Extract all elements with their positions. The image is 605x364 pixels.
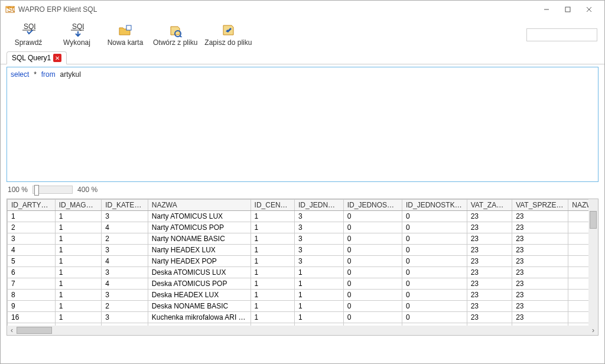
cell: 1 [295, 267, 344, 278]
cell: Narty NONAME BASIC [148, 233, 251, 245]
cell: 23 [467, 278, 512, 290]
column-header[interactable]: VAT_SPRZEDAZY [512, 200, 568, 211]
cell: Deska ATOMICUS POP [148, 278, 251, 290]
save-file-button[interactable]: Zapisz do pliku [204, 20, 252, 50]
folder-new-icon [118, 23, 132, 37]
cell: 0 [343, 211, 402, 222]
open-file-icon [168, 23, 183, 37]
svg-text:SQL: SQL [72, 23, 84, 31]
sql-identifier: artykul [60, 70, 81, 79]
table-row[interactable]: 912Deska NONAME BASIC11002323 [8, 301, 598, 312]
table-row[interactable]: 514Narty HEADEX POP13002323 [8, 256, 598, 267]
cell: 1 [295, 301, 344, 312]
cell: 1 [55, 267, 102, 278]
cell: 0 [343, 267, 402, 278]
cell: 23 [467, 211, 512, 222]
close-button[interactable] [578, 1, 600, 18]
cell: 0 [402, 312, 467, 323]
column-header[interactable]: ID_JEDNOSTKI_ZAK [343, 200, 402, 211]
cell: 1 [55, 211, 102, 222]
table-row[interactable]: 214Narty ATOMICUS POP13002323 [8, 222, 598, 233]
horizontal-scrollbar[interactable]: ‹ › [7, 326, 598, 335]
scroll-thumb[interactable] [590, 211, 597, 229]
save-file-label: Zapisz do pliku [204, 38, 252, 47]
keyword-select: select [11, 70, 29, 79]
app-icon: SQL [5, 5, 15, 14]
cell: 1 [295, 278, 344, 290]
cell: 4 [8, 245, 56, 256]
vertical-scrollbar[interactable] [588, 199, 598, 326]
table-row[interactable]: 1613Kuchenka mikrofalowa ARI LUX11002323 [8, 312, 598, 323]
keyword-from: from [41, 70, 56, 79]
cell: 0 [402, 256, 467, 267]
cell: 1 [8, 211, 56, 222]
cell: Narty HEADEX POP [148, 256, 251, 267]
cell: 4 [102, 222, 148, 233]
column-header[interactable]: ID_JEDNOSTKI_SPRZ [402, 200, 467, 211]
cell: 3 [102, 312, 148, 323]
table-row[interactable]: 312Narty NONAME BASIC13002323 [8, 233, 598, 245]
column-header[interactable]: ID_CENY_DOM [251, 200, 294, 211]
cell: 23 [512, 278, 568, 290]
cell: 0 [402, 290, 467, 301]
search-input[interactable] [529, 31, 605, 39]
cell: 3 [102, 245, 148, 256]
cell: 1 [55, 312, 102, 323]
execute-label: Wykonaj [63, 38, 90, 47]
table-row[interactable]: 113Narty ATOMICUS LUX13002323 [8, 211, 598, 222]
cell: 1 [251, 312, 294, 323]
cell: Deska NONAME BASIC [148, 301, 251, 312]
cell: 3 [295, 211, 344, 222]
cell: Kuchenka mikrofalowa ARI LUX [148, 312, 251, 323]
check-button[interactable]: SQL Sprawdź [8, 20, 49, 50]
scroll-thumb[interactable] [17, 327, 52, 334]
slider-knob[interactable] [34, 185, 39, 196]
cell: 6 [8, 267, 56, 278]
table-row[interactable]: 413Narty HEADEX LUX13002323 [8, 245, 598, 256]
table-row[interactable]: 613Deska ATOMICUS LUX11002323 [8, 267, 598, 278]
table-row[interactable]: 813Deska HEADEX LUX11002323 [8, 290, 598, 301]
svg-rect-4 [565, 7, 570, 12]
window-title: WAPRO ERP Klient SQL [18, 5, 536, 14]
search-box[interactable] [526, 28, 597, 41]
cell: 1 [55, 278, 102, 290]
table-row[interactable]: 714Deska ATOMICUS POP11002323 [8, 278, 598, 290]
cell: 23 [512, 290, 568, 301]
results-grid: ID_ARTYKULUID_MAGAZYNUID_KATEGORIINAZWAI… [6, 199, 599, 336]
cell: 4 [102, 278, 148, 290]
cell: 0 [402, 278, 467, 290]
execute-button[interactable]: SQL Wykonaj [56, 20, 97, 50]
cell: 0 [343, 290, 402, 301]
scroll-right-arrow[interactable]: › [588, 326, 598, 335]
column-header[interactable]: ID_MAGAZYNU [55, 200, 102, 211]
cell: 0 [343, 301, 402, 312]
scroll-left-arrow[interactable]: ‹ [7, 326, 17, 335]
column-header[interactable]: NAZWA [148, 200, 251, 211]
cell: 2 [102, 233, 148, 245]
zoom-slider[interactable] [32, 186, 73, 194]
tab-close-icon[interactable]: ✕ [53, 54, 61, 62]
cell: 8 [8, 290, 56, 301]
sql-check-icon: SQL [21, 23, 35, 37]
cell: 1 [251, 233, 294, 245]
column-header[interactable]: ID_ARTYKULU [8, 200, 56, 211]
tab-sql-query[interactable]: SQL Query1 ✕ [6, 51, 67, 64]
open-file-button[interactable]: Otwórz z pliku [153, 20, 197, 50]
column-header[interactable]: ID_JEDNOSTKI [295, 200, 344, 211]
cell: 23 [467, 290, 512, 301]
svg-text:SQL: SQL [24, 23, 35, 31]
cell: Deska HEADEX LUX [148, 290, 251, 301]
sql-editor[interactable]: select * from artykul [6, 67, 599, 182]
results-table[interactable]: ID_ARTYKULUID_MAGAZYNUID_KATEGORIINAZWAI… [7, 199, 598, 326]
column-header[interactable]: VAT_ZAKUPU [467, 200, 512, 211]
cell: 23 [467, 312, 512, 323]
cell: 0 [343, 222, 402, 233]
minimize-button[interactable] [536, 1, 557, 18]
cell: 0 [402, 245, 467, 256]
column-header[interactable]: ID_KATEGORII [102, 200, 148, 211]
titlebar: SQL WAPRO ERP Klient SQL [1, 1, 604, 18]
maximize-button[interactable] [557, 1, 578, 18]
new-tab-button[interactable]: Nowa karta [105, 20, 146, 50]
cell: 1 [55, 222, 102, 233]
cell: 23 [467, 267, 512, 278]
